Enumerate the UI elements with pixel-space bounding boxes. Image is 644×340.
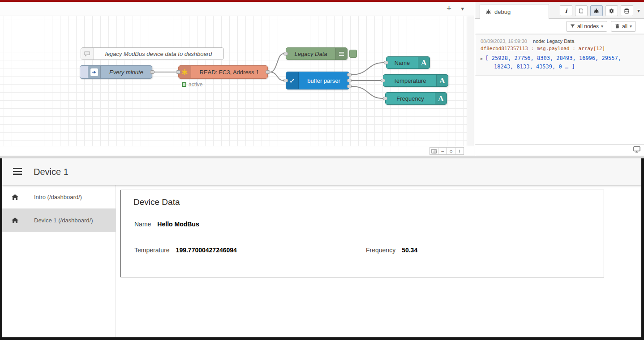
open-debug-window-button[interactable] (633, 146, 640, 154)
dashboard-main: Device Data Name Hello ModBus Temperatur… (116, 185, 641, 337)
debug-message[interactable]: 08/09/2023, 16:09:30 node: Legacy Data d… (475, 34, 644, 76)
nav-item-device-1[interactable]: Device 1 (/dashboard/) (2, 208, 116, 232)
text-widget-icon: A (418, 57, 429, 68)
menu-hamburger-icon[interactable] (13, 168, 22, 177)
field-label: Temperature (134, 246, 170, 254)
port-parser-out-1[interactable] (347, 73, 352, 76)
debug-sidebar-button[interactable] (590, 5, 603, 16)
debug-message-header: 08/09/2023, 16:09:30 node: Legacy Data (481, 38, 639, 44)
info-sidebar-button[interactable]: i (560, 5, 572, 16)
config-nodes-button[interactable] (605, 5, 618, 16)
node-label: legacy ModBus device data to dashboard (94, 51, 223, 57)
inject-arrow-icon (88, 66, 101, 78)
node-ui-text-temperature[interactable]: Temperature A (383, 74, 448, 87)
node-ui-text-frequency[interactable]: Frequency A (385, 92, 447, 105)
port-modbus-in[interactable] (176, 70, 180, 74)
field-name: Name Hello ModBus (134, 221, 199, 228)
home-icon (11, 194, 19, 200)
nav-item-label: Device 1 (/dashboard/) (34, 217, 93, 224)
filter-label: all nodes (577, 23, 599, 30)
gear-icon (609, 8, 614, 14)
canvas-scrollbar[interactable] (467, 16, 474, 146)
book-icon (578, 8, 584, 14)
card-title: Device Data (133, 197, 180, 207)
field-value: 50.34 (402, 246, 417, 254)
funnel-icon (570, 24, 575, 29)
message-node-name: node: Legacy Data (533, 38, 574, 44)
field-frequency: Frequency 50.34 (366, 246, 417, 254)
port-ui-name-in[interactable] (384, 61, 388, 64)
debug-clear-button[interactable]: all ▾ (611, 21, 636, 32)
wire-parser-name[interactable] (352, 63, 384, 75)
field-label: Name (134, 221, 151, 228)
message-payload: ▶[ 25928, 27756, 8303, 28493, 16996, 295… (481, 54, 639, 71)
wire-parser-frequency[interactable] (352, 86, 383, 98)
screenshot-root: + ▾ legacy ModBus device data (0, 0, 644, 340)
port-ui-temperature-in[interactable] (381, 79, 385, 82)
node-label: Frequency (386, 95, 435, 102)
debug-toolbar: all nodes ▾ all ▾ (475, 19, 644, 34)
flow-canvas[interactable]: legacy ModBus device data to dashboard E… (0, 16, 467, 146)
tab-debug[interactable]: debug (480, 4, 549, 19)
node-modbus-read[interactable]: READ: FC3, Address 1 (178, 65, 268, 79)
comment-bubble-icon (81, 48, 94, 60)
modbus-icon (179, 66, 191, 78)
node-buffer-parser[interactable]: buffer parser (286, 72, 349, 89)
inject-button[interactable] (80, 66, 88, 78)
message-timestamp: 08/09/2023, 16:09:30 (481, 38, 527, 44)
node-label: READ: FC3, Address 1 (191, 69, 267, 76)
node-label: Temperature (383, 77, 436, 84)
port-ui-frequency-in[interactable] (383, 97, 387, 100)
navigator-toggle-button[interactable] (429, 147, 438, 155)
context-sidebar-button[interactable] (621, 5, 633, 16)
debug-list-icon (335, 48, 347, 60)
help-sidebar-button[interactable] (575, 5, 588, 16)
dashboard-body: Intro (/dashboard/) Device 1 (/dashboard… (2, 185, 641, 337)
caret-down-icon: ▾ (601, 24, 603, 29)
caret-down-icon: ▾ (630, 24, 632, 29)
field-value: Hello ModBus (157, 221, 199, 228)
node-label: Every minute (101, 69, 152, 76)
node-label: buffer parser (299, 77, 349, 84)
bug-icon (593, 8, 599, 14)
wire-modbus-debug[interactable] (270, 54, 283, 72)
status-text: active (189, 81, 202, 88)
zoom-in-button[interactable]: + (455, 147, 464, 155)
sidebar-menu-button[interactable]: ▾ (636, 8, 641, 14)
zoom-out-button[interactable]: − (438, 147, 447, 155)
node-ui-text-name[interactable]: Name A (386, 56, 430, 69)
tab-label: debug (494, 8, 511, 15)
node-comment[interactable]: legacy ModBus device data to dashboard (81, 47, 224, 60)
debug-filter-button[interactable]: all nodes ▾ (566, 21, 607, 32)
nav-item-intro[interactable]: Intro (/dashboard/) (2, 185, 116, 208)
port-parser-out-3[interactable] (347, 85, 352, 88)
dashboard-header: Device 1 (2, 158, 641, 185)
flow-list-button[interactable]: ▾ (461, 5, 464, 12)
database-icon (624, 8, 630, 14)
text-widget-icon: A (436, 75, 448, 86)
add-flow-button[interactable]: + (447, 4, 451, 13)
node-inject[interactable]: Every minute (80, 65, 152, 79)
port-parser-out-2[interactable] (347, 79, 352, 82)
wire-modbus-parser[interactable] (270, 72, 283, 81)
zoom-reset-button[interactable]: ○ (447, 147, 455, 155)
sidebar-footer (475, 144, 644, 156)
node-status: active (182, 81, 202, 88)
debug-enable-toggle[interactable] (349, 50, 357, 58)
flow-tabbar: + ▾ (0, 2, 474, 16)
canvas-footer: − ○ + (0, 146, 474, 156)
port-debug-in[interactable] (283, 52, 288, 55)
node-red-dashboard: Device 1 Intro (/dashboard/) Device 1 (/… (0, 158, 644, 340)
port-modbus-out[interactable] (266, 70, 270, 74)
node-debug-legacy-data[interactable]: Legacy Data (286, 47, 348, 60)
device-data-card: Device Data Name Hello ModBus Temperatur… (120, 190, 604, 277)
bug-icon (485, 9, 491, 15)
field-temperature: Temperature 199.77000427246094 (134, 246, 237, 254)
field-label: Frequency (366, 246, 395, 254)
port-inject-out[interactable] (150, 70, 155, 74)
expand-arrows-icon (286, 72, 299, 89)
dashboard-nav: Intro (/dashboard/) Device 1 (/dashboard… (2, 185, 116, 337)
expand-caret-icon[interactable]: ▶ (481, 56, 483, 61)
port-parser-in[interactable] (283, 79, 288, 82)
payload-line: [ 25928, 27756, 8303, 28493, 16996, 2955… (485, 55, 621, 61)
